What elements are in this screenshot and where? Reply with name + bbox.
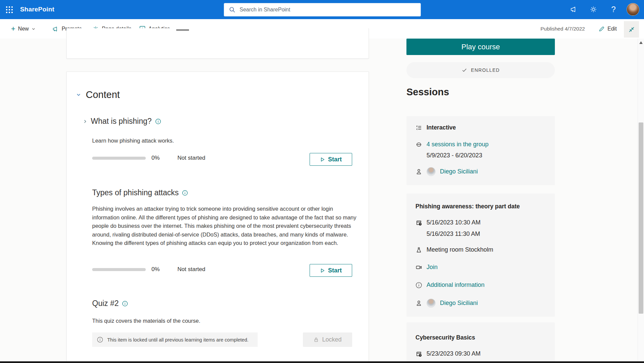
progress-status: Not started xyxy=(178,155,205,161)
sharepoint-window: SharePoint ? + New xyxy=(0,0,644,363)
progress-status: Not started xyxy=(178,266,205,273)
progress-percent: 0% xyxy=(151,155,160,161)
window-bottom-edge xyxy=(0,361,644,363)
scrollbar[interactable] xyxy=(638,39,644,363)
account-avatar[interactable] xyxy=(627,3,639,16)
play-course-button[interactable]: Play course xyxy=(406,39,555,55)
progress-row: 0% Not started xyxy=(92,155,205,161)
content-section-title: Content xyxy=(86,89,120,100)
progress-bar xyxy=(92,268,146,271)
session-start-row: 5/23/2023 09:30 AM xyxy=(415,350,480,357)
app-title: SharePoint xyxy=(20,6,54,13)
info-icon xyxy=(97,336,103,343)
lock-icon xyxy=(313,337,319,343)
help-button[interactable]: ? xyxy=(606,2,621,17)
session-title: Phishing awareness: theory part date xyxy=(415,203,520,210)
start-button-label: Start xyxy=(328,267,342,274)
organizer-link[interactable]: Diego Siciliani xyxy=(440,300,478,307)
session-group-link[interactable]: 4 sessions in the group xyxy=(427,141,489,148)
calendar-clock-icon xyxy=(415,351,422,357)
locked-button: Locked xyxy=(303,332,352,347)
session-card: Cybersecurity Basics 5/23/2023 09:30 AM … xyxy=(406,322,555,363)
person-icon xyxy=(415,168,422,175)
group-sessions-icon xyxy=(415,124,422,131)
session-organizer-row[interactable]: Diego Siciliani xyxy=(415,167,478,176)
plus-icon: + xyxy=(11,25,15,33)
checkmark-icon xyxy=(462,67,467,73)
help-icon: ? xyxy=(611,5,616,14)
learning-item-description: Phishing involves an attacker trying to … xyxy=(92,205,359,248)
megaphone-icon xyxy=(52,25,59,33)
scrollbar-thumb[interactable] xyxy=(639,122,643,314)
session-type-row: Interactive xyxy=(415,124,456,131)
search-icon xyxy=(229,6,236,13)
link-icon xyxy=(415,141,422,148)
learning-item-header[interactable]: Types of phishing attacks xyxy=(92,188,188,197)
session-date-range: 5/9/2023 - 6/20/2023 xyxy=(427,152,482,159)
new-button[interactable]: + New xyxy=(11,19,36,39)
collapse-icon xyxy=(628,26,635,33)
organizer-link[interactable]: Diego Siciliani xyxy=(440,168,478,175)
content-section-header[interactable]: Content xyxy=(76,89,120,100)
start-button[interactable]: Start xyxy=(310,264,352,277)
learning-item-title: Quiz #2 xyxy=(92,299,119,308)
enrolled-badge: ENROLLED xyxy=(406,62,555,78)
session-title: Cybersecurity Basics xyxy=(415,334,475,341)
start-button-label: Start xyxy=(328,156,342,163)
additional-information-link[interactable]: Additional information xyxy=(427,281,485,289)
session-group-row[interactable]: 4 sessions in the group xyxy=(415,141,489,148)
app-launcher-icon xyxy=(6,6,13,13)
organizer-avatar xyxy=(427,167,436,176)
session-type-label: Interactive xyxy=(427,124,456,131)
session-card: Interactive 4 sessions in the group 5/9/… xyxy=(406,116,555,185)
locked-button-label: Locked xyxy=(322,336,341,343)
progress-bar xyxy=(92,157,146,160)
join-link[interactable]: Join xyxy=(427,264,438,271)
sessions-heading: Sessions xyxy=(406,87,449,98)
chevron-right-icon xyxy=(83,119,87,124)
learning-item-header[interactable]: Quiz #2 xyxy=(92,299,128,308)
organizer-avatar xyxy=(427,299,436,308)
calendar-clock-icon xyxy=(415,219,422,226)
play-icon xyxy=(320,268,325,273)
info-icon[interactable] xyxy=(122,301,128,307)
session-location-row: Meeting room Stockholm xyxy=(415,246,493,253)
settings-button[interactable] xyxy=(586,2,601,17)
info-icon xyxy=(415,282,422,289)
announcement-icon xyxy=(570,5,578,13)
learning-item-header[interactable]: What is phishing? xyxy=(83,117,161,126)
scroll-up-icon[interactable] xyxy=(639,41,643,44)
session-location: Meeting room Stockholm xyxy=(427,246,493,253)
learning-item-title: Types of phishing attacks xyxy=(92,188,179,197)
settings-gear-icon xyxy=(589,5,597,13)
info-icon[interactable] xyxy=(182,190,188,196)
edit-button[interactable]: Edit xyxy=(598,19,617,39)
collapse-header-button[interactable] xyxy=(624,21,639,38)
search-box[interactable] xyxy=(224,3,421,16)
announcements-button[interactable] xyxy=(566,2,581,17)
session-join-row[interactable]: Join xyxy=(415,264,438,271)
play-icon xyxy=(320,157,325,162)
session-start-time: 5/23/2023 09:30 AM xyxy=(427,350,480,357)
session-start-time: 5/16/2023 10:30 AM xyxy=(427,219,480,226)
search-input[interactable] xyxy=(240,7,407,13)
start-button[interactable]: Start xyxy=(310,153,352,166)
video-camera-icon xyxy=(415,264,422,271)
published-status: Published 4/7/2022 xyxy=(540,19,585,39)
session-additional-row[interactable]: Additional information xyxy=(415,281,485,289)
session-organizer-row[interactable]: Diego Siciliani xyxy=(415,299,478,308)
progress-row: 0% Not started xyxy=(92,266,205,273)
play-course-label: Play course xyxy=(461,43,500,51)
session-card: Phishing awareness: theory part date 5/1… xyxy=(406,194,555,317)
content-card: Content What is phishing? Learn how phis… xyxy=(66,71,369,363)
app-launcher-button[interactable] xyxy=(4,4,15,15)
person-icon xyxy=(415,300,422,307)
cropped-content-fragment xyxy=(176,29,189,31)
learning-item-title: What is phishing? xyxy=(91,117,152,126)
locked-message-text: This item is locked until all previous l… xyxy=(107,337,249,343)
chevron-down-icon xyxy=(31,27,36,31)
enrolled-label: ENROLLED xyxy=(471,67,500,73)
new-button-label: New xyxy=(18,26,29,32)
progress-percent: 0% xyxy=(151,266,160,273)
info-icon[interactable] xyxy=(155,118,161,124)
